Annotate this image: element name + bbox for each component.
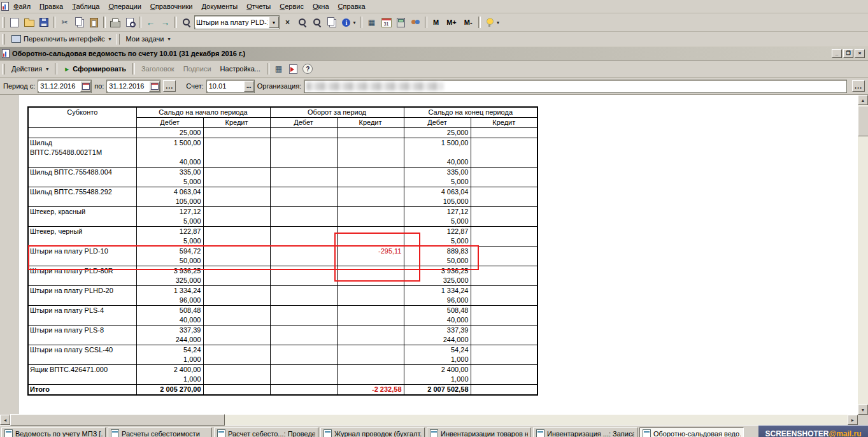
account-input[interactable] (207, 82, 244, 91)
cell-td[interactable] (270, 306, 337, 326)
header-credit[interactable]: Кредит (203, 118, 270, 128)
menu-item-4[interactable]: Операции (104, 1, 145, 11)
subconto-cell[interactable]: Штыри на плату PLHD-20 (28, 286, 136, 306)
cell-td[interactable] (270, 345, 337, 365)
taskbar-button-4[interactable]: Журнал проводок (бухгалт... (320, 427, 425, 437)
search-combobox[interactable]: ▼ (194, 15, 280, 29)
minimize-button[interactable]: _ (832, 49, 842, 58)
toolbar-grip[interactable] (2, 17, 5, 28)
subconto-cell[interactable]: Шильд ВПТС.755488.292 (28, 187, 136, 207)
cell-ed[interactable]: 1 500,0040,000 (404, 138, 471, 168)
signatures-button[interactable]: Подписи (179, 63, 216, 75)
cell-td[interactable] (270, 168, 337, 187)
cell-ed[interactable]: 335,005,000 (404, 168, 471, 187)
cell-ed[interactable]: 337,39244,000 (404, 326, 471, 345)
toolbar-grip[interactable] (2, 34, 5, 45)
subconto-cell[interactable]: Штыри на плату PLS-4 (28, 306, 136, 326)
cell-tc[interactable] (337, 266, 404, 286)
cell-bc[interactable] (203, 247, 270, 266)
period-to-input[interactable] (107, 82, 149, 91)
scroll-down-button[interactable]: ▼ (858, 405, 868, 415)
cell-tc[interactable] (337, 326, 404, 345)
cell-ed[interactable]: 2 400,001,000 (404, 365, 471, 385)
cell-bc[interactable] (203, 345, 270, 365)
cell-td[interactable] (270, 187, 337, 207)
cell-ec[interactable] (471, 286, 537, 306)
find-next-button[interactable] (295, 15, 309, 29)
taskbar-button-6[interactable]: Инвентаризация ...: Записан (533, 427, 637, 437)
cell-bd[interactable]: 1 334,2496,000 (136, 286, 203, 306)
subconto-cell[interactable]: Штыри на плату PLS-8 (28, 326, 136, 345)
header-begin-balance[interactable]: Сальдо на начало периода (136, 107, 270, 118)
scroll-right-button[interactable]: ► (848, 415, 858, 425)
cell-tc[interactable] (337, 128, 404, 138)
taskbar-button-3[interactable]: Расчет себесто...: Проведен (214, 427, 318, 437)
cell-bd[interactable]: 508,4840,000 (136, 306, 203, 326)
back-button[interactable]: ← (143, 15, 158, 29)
actions-button[interactable]: Действия ▾ (7, 63, 53, 75)
cell-bd[interactable]: 337,39244,000 (136, 326, 203, 345)
cell-bc[interactable] (203, 187, 270, 207)
scroll-up-button[interactable]: ▲ (858, 95, 868, 105)
cell-ec[interactable] (471, 138, 537, 168)
subconto-cell[interactable]: Шильд ВПТС.755488.004 (28, 168, 136, 187)
toolbar-grip[interactable] (2, 64, 5, 75)
taskbar-button-2[interactable]: Расчеты себестоимости (108, 427, 212, 437)
cell-tc[interactable]: -295,11 (337, 247, 404, 266)
cell-td[interactable] (270, 286, 337, 306)
new-button[interactable] (7, 15, 22, 29)
header-credit[interactable]: Кредит (471, 118, 537, 128)
cell-ed[interactable]: 508,4840,000 (404, 306, 471, 326)
cell-td[interactable] (270, 266, 337, 286)
menu-item-6[interactable]: Документы (197, 1, 243, 11)
subconto-cell[interactable]: Штекер, черный (28, 227, 136, 247)
scroll-left-button[interactable]: ◄ (0, 415, 10, 425)
menu-item-3[interactable]: Таблица (68, 1, 104, 11)
memory-recall-button[interactable]: M (429, 15, 443, 29)
print-button[interactable] (108, 15, 122, 29)
cell-ec[interactable] (471, 187, 537, 207)
cell-ec[interactable] (471, 247, 537, 266)
menu-item-5[interactable]: Справочники (146, 1, 197, 11)
copy-button[interactable] (72, 15, 87, 29)
subconto-cell[interactable]: Штыри на плату PLD-10 (28, 247, 136, 266)
cell-bc[interactable] (203, 365, 270, 385)
menu-item-2[interactable]: Правка (35, 1, 68, 11)
my-tasks-button[interactable]: Мои задачи ▾ (122, 33, 175, 45)
cell-td[interactable] (270, 207, 337, 227)
cell-ec[interactable] (471, 227, 537, 247)
header-debit[interactable]: Дебет (136, 118, 203, 128)
cell-tc[interactable] (337, 306, 404, 326)
subconto-cell[interactable] (28, 128, 136, 138)
memory-add-button[interactable]: M+ (443, 15, 460, 29)
cell-ec[interactable] (471, 306, 537, 326)
horizontal-scrollbar[interactable]: ◄ ► (0, 415, 858, 425)
search-dropdown-button[interactable]: ▼ (269, 17, 279, 28)
users-button[interactable] (408, 15, 423, 29)
calculator-button[interactable] (394, 15, 408, 29)
find-previous-button[interactable] (309, 15, 324, 29)
organization-select-button[interactable]: ... (852, 80, 865, 92)
cell-td[interactable] (270, 385, 337, 396)
cell-bd[interactable]: 594,7250,000 (136, 247, 203, 266)
cell-bd[interactable]: 25,000 (136, 128, 203, 138)
header-debit[interactable]: Дебет (270, 118, 337, 128)
cell-ed[interactable]: 127,125,000 (404, 207, 471, 227)
cell-bd[interactable]: 3 936,25325,000 (136, 266, 203, 286)
period-select-button[interactable]: ... (163, 80, 176, 92)
cell-td[interactable] (270, 365, 337, 385)
search-input[interactable] (195, 17, 269, 27)
journal-button[interactable]: ▦ (364, 15, 379, 29)
find-button[interactable] (179, 15, 194, 29)
toolbar-grip[interactable] (117, 34, 120, 45)
cell-td[interactable] (270, 138, 337, 168)
forward-button[interactable]: → (158, 15, 173, 29)
vertical-scrollbar[interactable]: ▲ ▼ (858, 95, 868, 415)
cell-ed[interactable]: 54,241,000 (404, 345, 471, 365)
menu-item-8[interactable]: Сервис (275, 1, 308, 11)
cell-td[interactable] (270, 326, 337, 345)
cell-ed[interactable]: 4 063,04105,000 (404, 187, 471, 207)
cell-bd[interactable]: 1 500,0040,000 (136, 138, 203, 168)
cell-bc[interactable] (203, 266, 270, 286)
table-settings-button[interactable]: ▦ (271, 62, 286, 76)
